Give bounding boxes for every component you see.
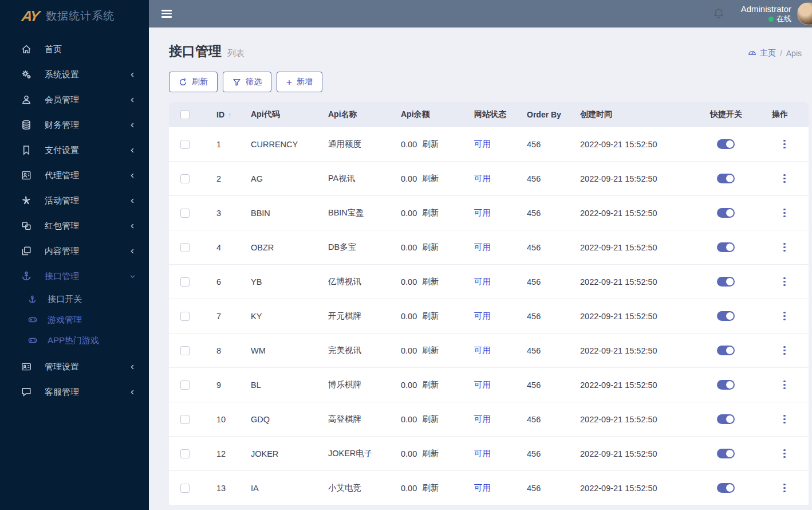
quick-switch-toggle[interactable] bbox=[717, 242, 735, 252]
site-status-link[interactable]: 可用 bbox=[474, 139, 491, 150]
row-checkbox[interactable] bbox=[180, 346, 190, 355]
balance-refresh-link[interactable]: 刷新 bbox=[422, 482, 439, 493]
row-actions-kebab-menu[interactable] bbox=[780, 413, 789, 426]
col-header-api-code: Api代码 bbox=[251, 109, 328, 120]
sidebar-item-redpacket-management[interactable]: 红包管理 bbox=[0, 213, 149, 238]
row-actions-kebab-menu[interactable] bbox=[780, 275, 789, 289]
cell-api-code: IA bbox=[251, 484, 328, 493]
notifications-bell-icon[interactable] bbox=[712, 7, 725, 20]
select-all-checkbox[interactable] bbox=[180, 110, 190, 119]
site-status-link[interactable]: 可用 bbox=[474, 482, 491, 493]
quick-switch-toggle[interactable] bbox=[717, 346, 735, 355]
row-checkbox[interactable] bbox=[180, 174, 190, 183]
sidebar: AY 数据统计系统 首页 系统设置 会员管理 财务管理 支付设置 bbox=[0, 0, 149, 510]
sidebar-item-activity-management[interactable]: 活动管理 bbox=[0, 188, 149, 213]
quick-switch-toggle[interactable] bbox=[717, 277, 735, 287]
balance-refresh-link[interactable]: 刷新 bbox=[422, 414, 439, 425]
row-actions-kebab-menu[interactable] bbox=[780, 241, 789, 254]
row-checkbox[interactable] bbox=[180, 380, 190, 390]
row-actions-kebab-menu[interactable] bbox=[780, 378, 789, 392]
app-logo[interactable]: AY 数据统计系统 bbox=[0, 0, 149, 32]
cell-api-name: 通用额度 bbox=[328, 139, 401, 150]
row-actions-kebab-menu[interactable] bbox=[780, 309, 789, 323]
menu-toggle-icon[interactable] bbox=[161, 8, 172, 19]
sidebar-subitem-app-hot-games[interactable]: APP热门游戏 bbox=[0, 330, 149, 351]
row-checkbox[interactable] bbox=[180, 140, 190, 149]
site-status-link[interactable]: 可用 bbox=[474, 276, 491, 287]
balance-refresh-link[interactable]: 刷新 bbox=[422, 379, 439, 390]
quick-switch-toggle[interactable] bbox=[717, 483, 735, 493]
quick-switch-toggle[interactable] bbox=[717, 414, 735, 424]
cell-order-by: 456 bbox=[527, 243, 580, 252]
add-button[interactable]: + 新增 bbox=[277, 72, 322, 92]
sidebar-subitem-api-switch[interactable]: 接口开关 bbox=[0, 289, 149, 309]
chevron-left-icon bbox=[129, 172, 136, 179]
sidebar-item-admin-settings[interactable]: 管理设置 bbox=[0, 354, 149, 379]
filter-button[interactable]: 筛选 bbox=[223, 72, 271, 92]
col-header-id[interactable]: ID↑ bbox=[216, 110, 251, 119]
row-checkbox[interactable] bbox=[180, 484, 190, 493]
site-status-link[interactable]: 可用 bbox=[474, 173, 491, 184]
row-checkbox[interactable] bbox=[180, 277, 190, 287]
avatar[interactable] bbox=[797, 2, 812, 25]
balance-refresh-link[interactable]: 刷新 bbox=[422, 139, 439, 150]
site-status-link[interactable]: 可用 bbox=[474, 379, 491, 390]
row-checkbox[interactable] bbox=[180, 415, 190, 424]
cell-id: 8 bbox=[216, 346, 251, 355]
quick-switch-toggle[interactable] bbox=[717, 311, 735, 321]
balance-refresh-link[interactable]: 刷新 bbox=[422, 276, 439, 287]
sidebar-item-finance-management[interactable]: 财务管理 bbox=[0, 112, 149, 138]
row-checkbox[interactable] bbox=[180, 449, 190, 458]
row-actions-kebab-menu[interactable] bbox=[780, 172, 789, 186]
row-actions-kebab-menu[interactable] bbox=[780, 447, 789, 461]
sidebar-item-agent-management[interactable]: 代理管理 bbox=[0, 163, 149, 188]
sidebar-item-api-management[interactable]: 接口管理 bbox=[0, 264, 149, 289]
balance-refresh-link[interactable]: 刷新 bbox=[422, 173, 439, 184]
site-status-link[interactable]: 可用 bbox=[474, 448, 491, 459]
sidebar-item-content-management[interactable]: 内容管理 bbox=[0, 238, 149, 264]
site-status-link[interactable]: 可用 bbox=[474, 414, 491, 425]
sidebar-item-payment-settings[interactable]: 支付设置 bbox=[0, 138, 149, 163]
refresh-button[interactable]: 刷新 bbox=[169, 72, 218, 92]
col-header-api-balance: Api余额 bbox=[401, 109, 474, 120]
breadcrumb-home-link[interactable]: 主页 bbox=[748, 48, 776, 58]
row-actions-kebab-menu[interactable] bbox=[780, 344, 789, 358]
quick-switch-toggle[interactable] bbox=[717, 449, 735, 458]
chat-icon bbox=[21, 386, 32, 398]
user-menu[interactable]: Administrator 在线 bbox=[741, 4, 791, 24]
sidebar-item-member-management[interactable]: 会员管理 bbox=[0, 87, 149, 112]
row-actions-kebab-menu[interactable] bbox=[780, 138, 789, 151]
quick-switch-toggle[interactable] bbox=[717, 174, 735, 183]
site-status-link[interactable]: 可用 bbox=[474, 207, 491, 218]
plus-icon: + bbox=[286, 77, 292, 87]
cell-api-balance: 0.00 bbox=[401, 346, 417, 355]
balance-refresh-link[interactable]: 刷新 bbox=[422, 311, 439, 321]
col-header-quick-switch: 快捷开关 bbox=[710, 109, 772, 120]
cell-id: 10 bbox=[216, 415, 251, 424]
quick-switch-toggle[interactable] bbox=[717, 380, 735, 390]
row-checkbox[interactable] bbox=[180, 209, 190, 218]
row-actions-kebab-menu[interactable] bbox=[780, 481, 789, 495]
quick-switch-toggle[interactable] bbox=[717, 139, 735, 149]
sidebar-item-home[interactable]: 首页 bbox=[0, 37, 149, 62]
quick-switch-toggle[interactable] bbox=[717, 208, 735, 218]
balance-refresh-link[interactable]: 刷新 bbox=[422, 448, 439, 459]
cell-id: 4 bbox=[216, 243, 251, 252]
balance-refresh-link[interactable]: 刷新 bbox=[422, 207, 439, 218]
balance-refresh-link[interactable]: 刷新 bbox=[422, 242, 439, 253]
col-header-order-by: Order By bbox=[527, 110, 580, 119]
sidebar-item-customer-service[interactable]: 客服管理 bbox=[0, 379, 149, 405]
table-row: 1 CURRENCY 通用额度 0.00 刷新 可用 456 2022-09-2… bbox=[169, 127, 809, 162]
row-checkbox[interactable] bbox=[180, 312, 190, 321]
row-actions-kebab-menu[interactable] bbox=[780, 206, 789, 220]
api-table: ID↑ Api代码 Api名称 Api余额 网站状态 Order By 创建时间… bbox=[169, 102, 809, 505]
sidebar-subitem-game-management[interactable]: 游戏管理 bbox=[0, 309, 149, 330]
cell-api-balance: 0.00 bbox=[401, 312, 417, 321]
site-status-link[interactable]: 可用 bbox=[474, 311, 491, 321]
row-checkbox[interactable] bbox=[180, 243, 190, 252]
site-status-link[interactable]: 可用 bbox=[474, 242, 491, 253]
site-status-link[interactable]: 可用 bbox=[474, 345, 491, 356]
balance-refresh-link[interactable]: 刷新 bbox=[422, 345, 439, 356]
sidebar-item-system-settings[interactable]: 系统设置 bbox=[0, 62, 149, 87]
gamepad-icon bbox=[27, 336, 37, 346]
